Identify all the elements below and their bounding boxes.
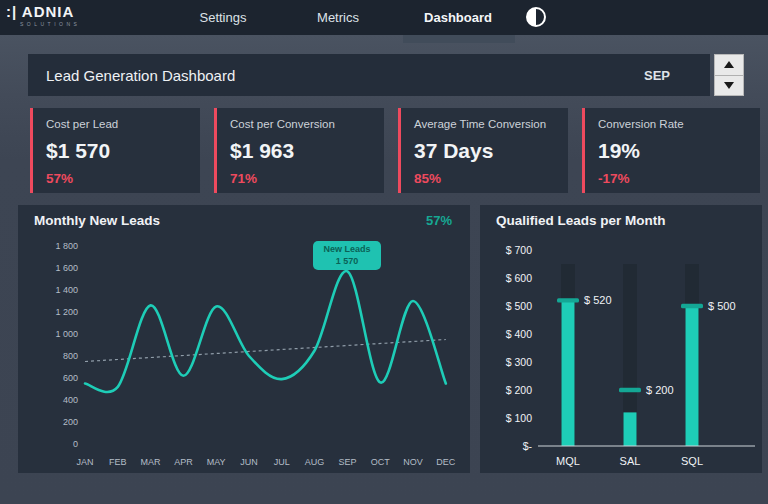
kpi-title: Cost per Lead — [46, 118, 200, 130]
svg-text:SAL: SAL — [620, 455, 641, 467]
qualified-leads-panel: Qualified Leads per Month $ 700$ 600$ 50… — [480, 205, 762, 473]
svg-text:AUG: AUG — [305, 457, 325, 467]
svg-text:SQL: SQL — [681, 455, 703, 467]
kpi-title: Average Time Conversion — [414, 118, 568, 130]
svg-text:$ 700: $ 700 — [506, 244, 532, 256]
nav-item-dashboard[interactable]: Dashboard — [410, 0, 506, 35]
svg-text:MAR: MAR — [141, 457, 162, 467]
kpi-value: 37 Days — [414, 139, 568, 163]
kpi-delta: 57% — [46, 171, 200, 186]
adnia-logo: :| ADNIA SOLUTIONS — [6, 4, 80, 27]
theme-toggle-icon[interactable] — [526, 7, 546, 27]
svg-text:NOV: NOV — [403, 457, 423, 467]
kpi-value: $1 570 — [46, 139, 200, 163]
svg-text:JUL: JUL — [274, 457, 290, 467]
svg-text:$ 200: $ 200 — [646, 384, 674, 396]
bar-chart-svg: $ 700$ 600$ 500$ 400$ 300$ 200$ 100$-$ 5… — [480, 205, 762, 473]
svg-text:DEC: DEC — [436, 457, 456, 467]
svg-text:$ 500: $ 500 — [708, 300, 736, 312]
svg-text:1 000: 1 000 — [55, 329, 78, 339]
svg-text:JAN: JAN — [76, 457, 93, 467]
svg-text:APR: APR — [174, 457, 193, 467]
svg-text:MQL: MQL — [556, 455, 580, 467]
svg-text:$ 500: $ 500 — [506, 300, 532, 312]
svg-text:1 600: 1 600 — [55, 263, 78, 273]
svg-text:$ 100: $ 100 — [506, 412, 532, 424]
down-arrow-icon — [724, 82, 734, 89]
month-spinner — [714, 54, 744, 96]
svg-text:$ 300: $ 300 — [506, 356, 532, 368]
svg-text:600: 600 — [63, 373, 78, 383]
kpi-value: 19% — [598, 139, 760, 163]
kpi-delta: 85% — [414, 171, 568, 186]
kpi-card-conversion-rate: Conversion Rate 19% -17% — [582, 108, 760, 193]
kpi-value: $1 963 — [230, 139, 384, 163]
kpi-delta: 71% — [230, 171, 384, 186]
monthly-new-leads-panel: Monthly New Leads 57% 1 8001 6001 4001 2… — [18, 205, 470, 473]
svg-text:$ 520: $ 520 — [584, 294, 612, 306]
nav-item-metrics[interactable]: Metrics — [298, 0, 378, 35]
spin-up-button[interactable] — [715, 55, 743, 75]
kpi-title: Conversion Rate — [598, 118, 760, 130]
svg-text:JUN: JUN — [240, 457, 258, 467]
spin-down-button[interactable] — [715, 75, 743, 96]
svg-text:OCT: OCT — [371, 457, 391, 467]
svg-text:400: 400 — [63, 395, 78, 405]
svg-text:0: 0 — [73, 439, 78, 449]
annotation-value: 1 570 — [336, 256, 359, 267]
logo-subtext: SOLUTIONS — [20, 22, 80, 27]
kpi-card-cost-per-conversion: Cost per Conversion $1 963 71% — [214, 108, 384, 193]
up-arrow-icon — [724, 61, 734, 68]
kpi-card-cost-per-lead: Cost per Lead $1 570 57% — [30, 108, 200, 193]
annotation-label: New Leads — [323, 244, 370, 255]
svg-text:1 400: 1 400 — [55, 285, 78, 295]
dashboard-header: Lead Generation Dashboard SEP — [28, 54, 710, 96]
svg-text:200: 200 — [63, 417, 78, 427]
nav-item-settings[interactable]: Settings — [178, 0, 268, 35]
svg-text:SEP: SEP — [338, 457, 356, 467]
top-nav: :| ADNIA SOLUTIONS Settings Metrics Dash… — [0, 0, 768, 35]
month-value: SEP — [644, 68, 710, 83]
svg-text:800: 800 — [63, 351, 78, 361]
page-title: Lead Generation Dashboard — [28, 67, 644, 84]
logo-text: :| ADNIA — [6, 4, 80, 19]
svg-text:1 200: 1 200 — [55, 307, 78, 317]
svg-text:1 800: 1 800 — [55, 241, 78, 251]
peak-annotation: New Leads 1 570 — [313, 241, 381, 270]
svg-text:$ 600: $ 600 — [506, 272, 532, 284]
svg-text:MAY: MAY — [207, 457, 226, 467]
line-chart-svg: 1 8001 6001 4001 2001 0008006004002000JA… — [18, 205, 470, 473]
kpi-title: Cost per Conversion — [230, 118, 384, 130]
svg-text:$ 200: $ 200 — [506, 384, 532, 396]
kpi-delta: -17% — [598, 171, 760, 186]
svg-text:FEB: FEB — [109, 457, 127, 467]
svg-text:$ 400: $ 400 — [506, 328, 532, 340]
svg-text:$-: $- — [523, 440, 533, 452]
kpi-card-average-time-conversion: Average Time Conversion 37 Days 85% — [398, 108, 568, 193]
